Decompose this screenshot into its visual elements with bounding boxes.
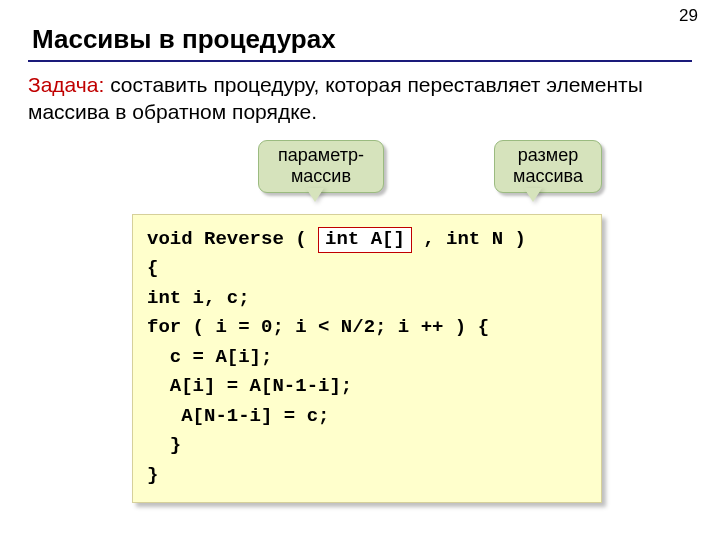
- task-body: составить процедуру, которая переставляе…: [28, 73, 643, 123]
- code-l4: for ( i = 0; i < N/2; i ++ ) {: [147, 316, 489, 338]
- code-l5: c = A[i];: [147, 346, 272, 368]
- callout-tail-left: [306, 188, 324, 202]
- callout-param-array: параметр-массив: [258, 140, 384, 193]
- slide-title: Массивы в процедурах: [32, 24, 336, 55]
- code-highlight-int-a: int A[]: [318, 227, 412, 253]
- title-rule: [28, 60, 692, 62]
- callout-array-size: размер массива: [494, 140, 602, 193]
- callouts-row: параметр-массив размер массива: [0, 140, 720, 216]
- code-l6: A[i] = A[N-1-i];: [147, 375, 352, 397]
- task-text: Задача: составить процедуру, которая пер…: [28, 72, 684, 126]
- code-l1a: void Reverse (: [147, 228, 318, 250]
- code-l8: }: [147, 434, 181, 456]
- code-l7: A[N-1-i] = c;: [147, 405, 329, 427]
- page-number: 29: [679, 6, 698, 26]
- code-l2: {: [147, 257, 158, 279]
- code-l3: int i, c;: [147, 287, 250, 309]
- task-label: Задача:: [28, 73, 104, 96]
- code-l1b: , int N ): [412, 228, 526, 250]
- callout-tail-right: [524, 188, 542, 202]
- code-block: void Reverse ( int A[] , int N ) { int i…: [132, 214, 602, 503]
- code-l9: }: [147, 464, 158, 486]
- slide: 29 Массивы в процедурах Задача: составит…: [0, 0, 720, 540]
